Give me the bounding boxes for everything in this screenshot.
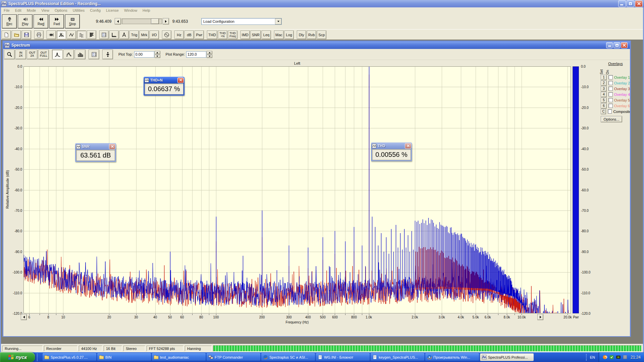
seek-forward-button[interactable] [163,18,169,24]
spectrum-view-button[interactable] [57,31,66,39]
stop-button[interactable]: Stop [65,14,80,28]
db-button[interactable]: dB [184,31,194,39]
menu-license[interactable]: License [103,8,121,13]
menu-view[interactable]: View [39,8,52,13]
scp-button[interactable]: Scp [317,31,326,39]
time-slider-thumb[interactable] [151,18,159,24]
plot-scroll-right-button[interactable] [537,314,543,320]
overlay-set-button-c[interactable]: C [601,109,606,114]
mrk-button[interactable]: Mrk [140,31,149,39]
overlay-set-button-6[interactable]: 6 [601,103,607,109]
plot-top-input[interactable] [134,51,154,58]
spectrum-titlebar[interactable]: Spectrum [3,42,630,49]
thdn-meter-close-button[interactable] [177,77,184,83]
overlay-on-checkbox-1[interactable] [608,75,613,79]
thd-meter-close-button[interactable] [405,143,411,149]
thdn-meter-window[interactable]: THD+N 0.06637 % [144,77,184,96]
spectrum-close-button[interactable] [621,42,628,48]
taskbar-button[interactable]: WG.INI - Блокнот [316,353,370,361]
time-series-view-button[interactable] [67,31,76,39]
overlays-options-button[interactable]: Options... [601,116,622,122]
overlay-on-checkbox-c[interactable] [608,109,612,114]
spectrogram-view-button[interactable] [87,31,96,39]
i-o-button[interactable]: I/O [150,31,159,39]
overlay-on-checkbox-4[interactable] [608,92,613,97]
dly-button[interactable]: Dly [297,31,306,39]
taskbar-button[interactable]: BIN [97,353,151,361]
overlay-on-checkbox-5[interactable] [608,98,613,102]
vertical-scale-button[interactable] [102,50,113,59]
mac-button[interactable]: Mac [274,31,284,39]
minimize-button[interactable] [618,0,626,7]
overlay-on-checkbox-6[interactable] [608,104,613,108]
control-panels-button[interactable] [99,31,109,39]
snr-meter-window[interactable]: SNR 63.561 dB [75,143,116,162]
magnifier-button[interactable] [4,50,15,59]
overlay-set-button-4[interactable]: 4 [601,92,607,97]
new-file-button[interactable] [2,31,11,39]
rwd-button[interactable]: Rwd [34,14,48,28]
save-button[interactable] [22,31,31,39]
calibration-ruler-button[interactable] [109,31,119,39]
updater-tray-icon[interactable] [609,355,614,360]
imd-button[interactable]: IMD [240,31,250,39]
play-button[interactable]: Play [18,14,33,28]
combobox-dropdown-icon[interactable] [275,18,281,24]
snr-button[interactable]: SNR [251,31,261,39]
curve-plot-button[interactable] [52,50,63,59]
menu-config[interactable]: Config [87,8,103,13]
signal-generator-button[interactable] [162,31,171,39]
waterfall-view-button[interactable] [77,31,86,39]
thd-n-button[interactable]: THD+N [218,31,227,39]
hz-button[interactable]: Hz [174,31,184,39]
taskbar-button[interactable]: FTP Commander [207,353,260,361]
snr-meter-titlebar[interactable]: SNR [75,143,116,150]
close-button[interactable] [635,0,643,7]
trig-button[interactable]: Trig [129,31,139,39]
fast-forward-button[interactable] [47,31,56,39]
taskbar-button[interactable]: SpectraPlus.v5.0.27.... [43,353,96,361]
step-plot-button[interactable] [63,50,74,59]
quicklaunch-handle[interactable] [37,354,42,361]
zoom-in-2x-button[interactable]: IN2X [15,50,26,59]
menu-help[interactable]: Help [140,8,153,13]
plot-top-spinner[interactable] [155,51,160,58]
fwd-button[interactable]: Fwd [49,14,64,28]
open-folder-button[interactable] [12,31,21,39]
zoom-out-2x-button[interactable]: OUT2X [27,50,38,59]
spiral-app-tray-icon[interactable] [602,355,607,360]
leq-button[interactable]: Leq [262,31,271,39]
menu-window[interactable]: Window [121,8,140,13]
print-button[interactable] [34,31,44,39]
overlay-set-button-5[interactable]: 5 [601,98,607,103]
seek-back-button[interactable] [115,18,121,24]
language-indicator[interactable]: EN [586,354,598,361]
nvidia-tray-icon[interactable] [616,355,621,360]
overlay-set-button-2[interactable]: 2 [601,80,607,86]
spectrum-window[interactable]: Spectrum IN2XOUT2XOUTFULL Plot Top: Plot… [2,41,631,337]
thd-meter-window[interactable]: THD 0.00556 % [371,142,412,161]
thd-button[interactable]: THD [207,31,217,39]
menu-options[interactable]: Options [52,8,70,13]
rvb-button[interactable]: Rvb [307,31,316,39]
spectrum-plot-canvas[interactable] [23,66,571,313]
snr-meter-close-button[interactable] [109,144,115,149]
menu-mode[interactable]: Mode [24,8,39,13]
taskbar-button[interactable]: SpectraPLUS Professi... [480,353,534,361]
overlay-on-checkbox-2[interactable] [608,81,613,85]
taskbar-button[interactable]: Spectraplus SC и ASI... [261,353,315,361]
thdn-meter-titlebar[interactable]: THD+N [144,77,184,83]
drives-tray-icon[interactable] [623,355,628,360]
overlay-on-checkbox-3[interactable] [608,86,613,91]
zoom-out-full-button[interactable]: OUTFULL [38,50,49,59]
plot-scroll-left-button[interactable] [21,314,27,320]
menu-utilities[interactable]: Utilities [70,8,87,13]
taskbar-button[interactable]: keygen_SpectraPLUS... [371,353,424,361]
taskbar-button[interactable]: test_audiomaniac [152,353,206,361]
plot-range-input[interactable] [186,51,206,58]
app-titlebar[interactable]: SpectraPLUS Professional Edition - Recor… [0,0,644,7]
spectrum-minimize-button[interactable] [606,42,613,48]
plot-range-spinner[interactable] [207,51,212,58]
taskbar-button[interactable]: Проигрыватель Win... [425,353,479,361]
menu-edit[interactable]: Edit [12,8,24,13]
